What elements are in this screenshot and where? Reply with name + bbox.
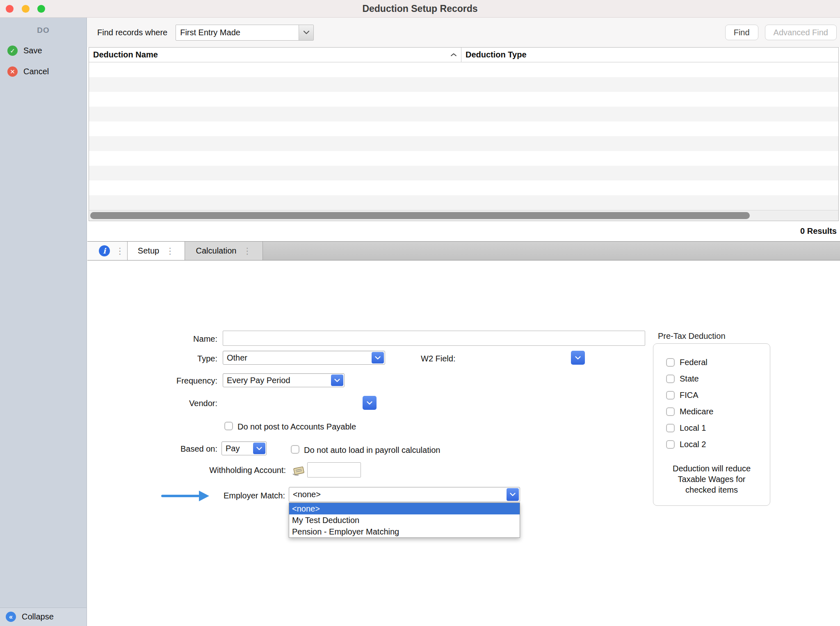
frequency-label: Frequency: xyxy=(111,374,217,388)
sidebar: DO ✓ Save ✕ Cancel « Collapse xyxy=(0,18,87,626)
collapse-button[interactable]: « Collapse xyxy=(6,612,54,622)
drag-handle-dots-icon: ⋮ xyxy=(166,247,174,255)
cancel-button[interactable]: ✕ Cancel xyxy=(7,66,49,77)
tab-bar-filler xyxy=(263,242,840,260)
vendor-dropdown[interactable] xyxy=(363,396,377,410)
records-table: Deduction Name Deduction Type xyxy=(89,47,839,221)
chevron-down-icon xyxy=(253,443,265,454)
titlebar: Deduction Setup Records xyxy=(0,0,840,18)
no-ap-checkbox[interactable] xyxy=(224,422,233,430)
dropdown-option-my-test-deduction[interactable]: My Test Deduction xyxy=(289,514,520,526)
find-button-label: Find xyxy=(734,28,750,37)
state-checkbox[interactable] xyxy=(666,375,675,383)
save-check-icon: ✓ xyxy=(7,46,18,56)
drag-handle-dots-icon: ⋮ xyxy=(116,247,124,255)
local2-label: Local 2 xyxy=(680,440,706,449)
employer-match-label: Employer Match: xyxy=(206,488,285,503)
pretax-row-state: State xyxy=(666,370,770,387)
pointer-arrow-icon xyxy=(161,495,199,497)
pretax-row-local1: Local 1 xyxy=(666,420,770,436)
withholding-account-label: Withholding Account: xyxy=(149,463,286,478)
chevron-down-icon xyxy=(507,488,519,501)
chevron-down-icon xyxy=(299,25,313,40)
info-icon[interactable]: i xyxy=(99,245,110,256)
name-label: Name: xyxy=(111,331,217,347)
employer-match-dropdown[interactable]: <none> xyxy=(289,487,520,502)
cancel-x-icon: ✕ xyxy=(7,66,18,77)
deduction-name-header-label: Deduction Name xyxy=(93,50,158,59)
deduction-type-column-header[interactable]: Deduction Type xyxy=(461,50,838,59)
save-button[interactable]: ✓ Save xyxy=(7,46,42,56)
main-content: Find records where First Entry Made Find… xyxy=(87,18,840,626)
collapse-label: Collapse xyxy=(22,612,54,621)
w2-field-label: W2 Field: xyxy=(421,352,495,366)
based-on-label: Based on: xyxy=(111,442,217,456)
app-window: Deduction Setup Records DO ✓ Save ✕ Canc… xyxy=(0,0,840,626)
no-ap-checkbox-label: Do not post to Accounts Payable xyxy=(237,422,356,432)
name-input[interactable] xyxy=(223,331,645,346)
fica-checkbox[interactable] xyxy=(666,391,675,400)
federal-label: Federal xyxy=(680,358,708,367)
pretax-row-fica: FICA xyxy=(666,387,770,403)
type-dropdown[interactable]: Other xyxy=(223,351,385,365)
pretax-deduction-legend: Pre-Tax Deduction xyxy=(658,331,726,341)
setup-form: Name: Type: Other W2 Field: Frequency: E… xyxy=(87,261,840,626)
table-empty-body xyxy=(89,62,838,210)
dropdown-option-none[interactable]: <none> xyxy=(289,503,520,514)
pretax-row-local2: Local 2 xyxy=(666,436,770,452)
withholding-account-input[interactable] xyxy=(307,462,361,477)
local2-checkbox[interactable] xyxy=(666,440,675,449)
state-label: State xyxy=(680,374,699,384)
sort-ascending-icon xyxy=(450,53,457,57)
no-autoload-checkbox-label: Do not auto load in payroll calculation xyxy=(304,445,440,455)
table-header: Deduction Name Deduction Type xyxy=(89,48,838,62)
no-autoload-checkbox[interactable] xyxy=(291,445,299,454)
results-count: 0 Results xyxy=(800,226,837,236)
chevron-down-icon xyxy=(575,356,581,360)
advanced-find-button[interactable]: Advanced Find xyxy=(765,25,837,40)
frequency-dropdown[interactable]: Every Pay Period xyxy=(223,373,345,387)
find-field-value: First Entry Made xyxy=(180,25,240,40)
cancel-label: Cancel xyxy=(23,67,49,76)
pretax-row-medicare: Medicare xyxy=(666,403,770,420)
info-section: i ⋮ xyxy=(87,242,128,260)
based-on-value: Pay xyxy=(226,442,240,455)
tab-calculation[interactable]: Calculation ⋮ xyxy=(185,242,263,260)
results-row: 0 Results xyxy=(87,222,840,240)
frequency-value: Every Pay Period xyxy=(227,374,290,387)
advanced-find-button-label: Advanced Find xyxy=(774,28,828,37)
dropdown-option-pension-employer-matching[interactable]: Pension - Employer Matching xyxy=(289,526,520,537)
medicare-checkbox[interactable] xyxy=(666,407,675,416)
fica-label: FICA xyxy=(680,391,698,400)
employer-match-popup: <none> My Test Deduction Pension - Emplo… xyxy=(289,503,520,538)
deduction-name-column-header[interactable]: Deduction Name xyxy=(89,48,461,62)
tab-setup-label: Setup xyxy=(138,246,159,256)
chevron-down-icon xyxy=(367,401,372,405)
type-value: Other xyxy=(227,351,247,364)
chevron-down-icon xyxy=(331,375,343,386)
scrollbar-thumb[interactable] xyxy=(90,212,750,219)
based-on-dropdown[interactable]: Pay xyxy=(221,441,267,455)
window-title: Deduction Setup Records xyxy=(0,0,840,18)
find-bar: Find records where First Entry Made Find… xyxy=(87,18,840,47)
medicare-label: Medicare xyxy=(680,407,713,416)
find-field-dropdown[interactable]: First Entry Made xyxy=(176,25,314,41)
sidebar-header: DO xyxy=(0,18,87,35)
deduction-type-header-label: Deduction Type xyxy=(466,50,527,59)
local1-checkbox[interactable] xyxy=(666,424,675,432)
w2-field-dropdown[interactable] xyxy=(571,351,585,365)
tab-setup[interactable]: Setup ⋮ xyxy=(128,242,185,260)
chevron-down-icon xyxy=(372,352,384,363)
find-records-where-label: Find records where xyxy=(97,28,167,37)
drag-handle-dots-icon: ⋮ xyxy=(243,247,251,255)
federal-checkbox[interactable] xyxy=(666,358,675,367)
horizontal-scrollbar[interactable] xyxy=(89,210,838,221)
find-button[interactable]: Find xyxy=(725,25,758,40)
local1-label: Local 1 xyxy=(680,423,706,433)
collapse-chevrons-icon: « xyxy=(6,612,16,622)
tab-bar: i ⋮ Setup ⋮ Calculation ⋮ xyxy=(87,241,840,260)
employer-match-value: <none> xyxy=(293,487,321,502)
tab-calculation-label: Calculation xyxy=(196,246,237,256)
collapse-bar: « Collapse xyxy=(0,608,87,626)
account-lookup-icon[interactable] xyxy=(292,466,306,476)
